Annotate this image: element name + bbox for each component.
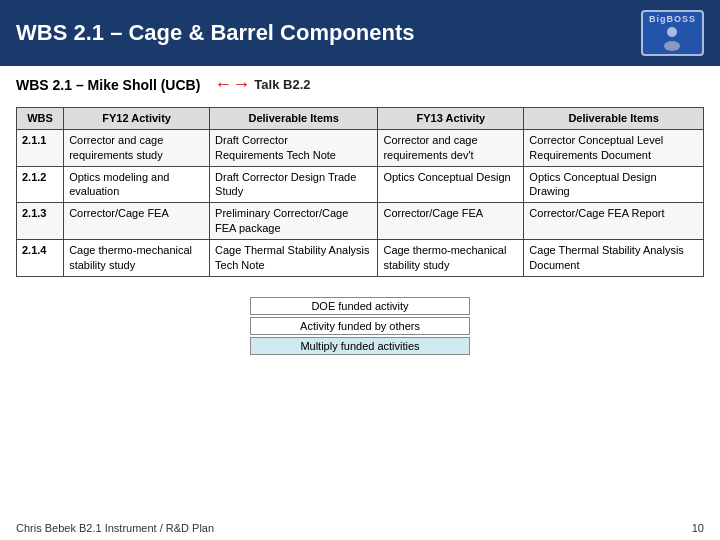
cell-wbs: 2.1.2: [17, 166, 64, 203]
cell-fy12: Optics modeling and evaluation: [64, 166, 210, 203]
table-row: 2.1.4Cage thermo-mechanical stability st…: [17, 239, 704, 276]
page-footer: Chris Bebek B2.1 Instrument / R&D Plan 1…: [16, 522, 704, 534]
wbs-table: WBS FY12 Activity Deliverable Items FY13…: [16, 107, 704, 277]
cell-fy12: Corrector/Cage FEA: [64, 203, 210, 240]
cell-fy12: Cage thermo-mechanical stability study: [64, 239, 210, 276]
cell-fy13: Corrector and cage requirements dev't: [378, 129, 524, 166]
cell-wbs: 2.1.1: [17, 129, 64, 166]
cell-deliv12: Cage Thermal Stability Analysis Tech Not…: [210, 239, 378, 276]
bigboss-badge: BigBOSS: [641, 10, 704, 56]
arrow-icon: ←→: [214, 74, 250, 95]
talk-label: Talk B2.2: [254, 77, 310, 92]
cell-deliv12: Draft Corrector Design Trade Study: [210, 166, 378, 203]
wbs-subtitle: WBS 2.1 – Mike Sholl (UCB): [16, 77, 200, 93]
table-header-row: WBS FY12 Activity Deliverable Items FY13…: [17, 108, 704, 130]
cell-fy13: Optics Conceptual Design: [378, 166, 524, 203]
page-header: WBS 2.1 – Cage & Barrel Components BigBO…: [0, 0, 720, 66]
col-fy13: FY13 Activity: [378, 108, 524, 130]
col-deliv13: Deliverable Items: [524, 108, 704, 130]
svg-point-1: [664, 41, 680, 51]
cell-wbs: 2.1.3: [17, 203, 64, 240]
cell-deliv12: Draft Corrector Requirements Tech Note: [210, 129, 378, 166]
table-row: 2.1.2Optics modeling and evaluationDraft…: [17, 166, 704, 203]
table-body: 2.1.1Corrector and cage requirements stu…: [17, 129, 704, 276]
footer-left: Chris Bebek B2.1 Instrument / R&D Plan: [16, 522, 214, 534]
table-row: 2.1.3Corrector/Cage FEAPreliminary Corre…: [17, 203, 704, 240]
subtitle-row: WBS 2.1 – Mike Sholl (UCB) ←→ Talk B2.2: [0, 66, 720, 99]
table-area: WBS FY12 Activity Deliverable Items FY13…: [0, 99, 720, 277]
col-deliv12: Deliverable Items: [210, 108, 378, 130]
cell-fy13: Corrector/Cage FEA: [378, 203, 524, 240]
bigboss-figure-icon: [658, 24, 686, 52]
cell-deliv13: Optics Conceptual Design Drawing: [524, 166, 704, 203]
cell-deliv13: Corrector Conceptual Level Requirements …: [524, 129, 704, 166]
cell-wbs: 2.1.4: [17, 239, 64, 276]
col-fy12: FY12 Activity: [64, 108, 210, 130]
svg-point-0: [667, 27, 677, 37]
table-row: 2.1.1Corrector and cage requirements stu…: [17, 129, 704, 166]
cell-fy13: Cage thermo-mechanical stability study: [378, 239, 524, 276]
cell-deliv13: Corrector/Cage FEA Report: [524, 203, 704, 240]
footer-right: 10: [692, 522, 704, 534]
legend-doe: DOE funded activity: [250, 297, 470, 315]
talk-badge: ←→ Talk B2.2: [214, 74, 310, 95]
legend: DOE funded activity Activity funded by o…: [250, 297, 470, 355]
cell-deliv12: Preliminary Corrector/Cage FEA package: [210, 203, 378, 240]
col-wbs: WBS: [17, 108, 64, 130]
page-title: WBS 2.1 – Cage & Barrel Components: [16, 20, 415, 46]
cell-fy12: Corrector and cage requirements study: [64, 129, 210, 166]
legend-others: Activity funded by others: [250, 317, 470, 335]
bigboss-label: BigBOSS: [649, 14, 696, 24]
cell-deliv13: Cage Thermal Stability Analysis Document: [524, 239, 704, 276]
legend-multiply: Multiply funded activities: [250, 337, 470, 355]
